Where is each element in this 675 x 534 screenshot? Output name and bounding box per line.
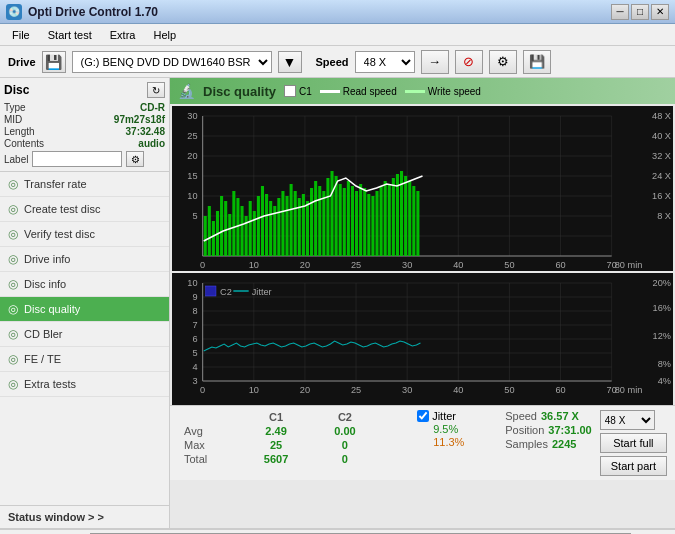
start-part-button[interactable]: Start part <box>600 456 667 476</box>
svg-text:8%: 8% <box>658 359 671 369</box>
nav-create-test-disc[interactable]: ◎ Create test disc <box>0 197 169 222</box>
svg-rect-38 <box>281 191 284 256</box>
svg-text:30: 30 <box>402 260 412 270</box>
menu-bar: File Start test Extra Help <box>0 24 675 46</box>
svg-text:3: 3 <box>192 376 197 386</box>
length-label: Length <box>4 126 35 137</box>
svg-text:25: 25 <box>351 260 361 270</box>
verify-test-disc-icon: ◎ <box>8 227 18 241</box>
svg-text:24 X: 24 X <box>652 171 671 181</box>
svg-rect-70 <box>412 186 415 256</box>
nav-cd-bler[interactable]: ◎ CD Bler <box>0 322 169 347</box>
svg-text:0: 0 <box>200 385 205 395</box>
svg-text:5: 5 <box>192 348 197 358</box>
svg-rect-69 <box>408 181 411 256</box>
menu-start-test[interactable]: Start test <box>40 27 100 43</box>
svg-text:20: 20 <box>300 385 310 395</box>
nav-extra-tests[interactable]: ◎ Extra tests <box>0 372 169 397</box>
length-value: 37:32.48 <box>126 126 165 137</box>
nav-verify-test-disc[interactable]: ◎ Verify test disc <box>0 222 169 247</box>
left-panel: Disc ↻ Type CD-R MID 97m27s18f Length 37… <box>0 78 170 528</box>
app-icon: 💿 <box>6 4 22 20</box>
start-full-button[interactable]: Start full <box>600 433 667 453</box>
drive-select[interactable]: (G:) BENQ DVD DD DW1640 BSRB <box>72 51 272 73</box>
speed-label: Speed <box>316 56 349 68</box>
samples-value: 2245 <box>552 438 576 450</box>
nav-items: ◎ Transfer rate ◎ Create test disc ◎ Ver… <box>0 172 169 505</box>
speed-select[interactable]: 48 X 40 X 32 X 24 X <box>355 51 415 73</box>
reset-button[interactable]: ⊘ <box>455 50 483 74</box>
svg-rect-71 <box>416 191 419 256</box>
svg-text:80 min: 80 min <box>615 260 643 270</box>
label-input[interactable] <box>32 151 122 167</box>
settings-button[interactable]: ⚙ <box>489 50 517 74</box>
svg-rect-26 <box>232 191 235 256</box>
drive-arrow-button[interactable]: ▼ <box>278 51 302 73</box>
maximize-button[interactable]: □ <box>631 4 649 20</box>
svg-rect-40 <box>290 184 293 256</box>
svg-rect-49 <box>326 178 329 256</box>
svg-text:10: 10 <box>249 260 259 270</box>
contents-value: audio <box>138 138 165 149</box>
nav-fe-te[interactable]: ◎ FE / TE <box>0 347 169 372</box>
svg-text:25: 25 <box>187 131 197 141</box>
nav-drive-info[interactable]: ◎ Drive info <box>0 247 169 272</box>
contents-label: Contents <box>4 138 44 149</box>
speed-value: 36.57 X <box>541 410 579 422</box>
drive-icon-button[interactable]: 💾 <box>42 51 66 73</box>
speed-dropdown[interactable]: 48 X <box>600 410 655 430</box>
svg-rect-64 <box>388 184 391 256</box>
svg-rect-60 <box>371 196 374 256</box>
type-label: Type <box>4 102 26 113</box>
svg-text:16%: 16% <box>653 303 671 313</box>
svg-rect-62 <box>380 186 383 256</box>
svg-rect-25 <box>228 214 231 256</box>
svg-rect-19 <box>204 216 207 256</box>
svg-rect-59 <box>367 194 370 256</box>
col-c2: C2 <box>312 410 378 424</box>
extra-tests-icon: ◎ <box>8 377 18 391</box>
svg-rect-61 <box>375 191 378 256</box>
svg-text:6: 6 <box>192 334 197 344</box>
svg-rect-24 <box>224 201 227 256</box>
svg-rect-23 <box>220 196 223 256</box>
jitter-max: 11.3% <box>417 436 497 448</box>
close-button[interactable]: ✕ <box>651 4 669 20</box>
svg-text:10: 10 <box>249 385 259 395</box>
svg-rect-55 <box>351 186 354 256</box>
svg-text:40: 40 <box>453 260 463 270</box>
minimize-button[interactable]: ─ <box>611 4 629 20</box>
svg-text:48 X: 48 X <box>652 111 671 121</box>
svg-text:4%: 4% <box>658 376 671 386</box>
status-window-button[interactable]: Status window > > <box>0 505 169 528</box>
avg-c2: 0.00 <box>312 424 378 438</box>
menu-help[interactable]: Help <box>145 27 184 43</box>
jitter-checkbox[interactable] <box>417 410 429 422</box>
bottom-chart: 10 9 8 7 6 5 4 3 0 10 20 25 30 40 50 60 … <box>172 273 673 405</box>
svg-rect-52 <box>339 184 342 256</box>
arrow-right-button[interactable]: → <box>421 50 449 74</box>
svg-rect-54 <box>347 181 350 256</box>
svg-rect-58 <box>363 188 366 256</box>
svg-rect-44 <box>306 201 309 256</box>
speed-label: Speed <box>505 410 537 422</box>
legend-write-speed: Write speed <box>405 86 481 97</box>
svg-text:50: 50 <box>504 260 514 270</box>
disc-refresh-button[interactable]: ↻ <box>147 82 165 98</box>
stats-row: C1 C2 Avg 2.49 0.00 Max 25 0 <box>170 405 675 480</box>
svg-rect-41 <box>294 191 297 256</box>
nav-disc-info[interactable]: ◎ Disc info <box>0 272 169 297</box>
nav-disc-quality[interactable]: ◎ Disc quality <box>0 297 169 322</box>
menu-extra[interactable]: Extra <box>102 27 144 43</box>
max-c2: 0 <box>312 438 378 452</box>
menu-file[interactable]: File <box>4 27 38 43</box>
nav-transfer-rate[interactable]: ◎ Transfer rate <box>0 172 169 197</box>
svg-text:20%: 20% <box>653 278 671 288</box>
top-chart-svg: 30 25 20 15 10 5 0 10 20 25 30 40 50 60 … <box>172 106 673 271</box>
svg-text:30: 30 <box>187 111 197 121</box>
svg-text:4: 4 <box>192 362 197 372</box>
svg-rect-31 <box>253 211 256 256</box>
save-button[interactable]: 💾 <box>523 50 551 74</box>
table-row: Total 5607 0 <box>178 452 378 466</box>
label-settings-button[interactable]: ⚙ <box>126 151 144 167</box>
